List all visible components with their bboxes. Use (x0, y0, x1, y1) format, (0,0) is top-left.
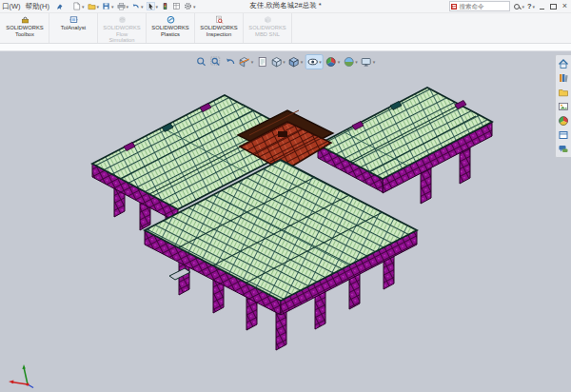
section-view-button[interactable]: ▾ (238, 55, 255, 69)
design-library-tab[interactable] (558, 71, 570, 84)
help-button[interactable]: ?▾ (527, 2, 535, 10)
flow-simulation-icon (116, 15, 128, 24)
open-document-button[interactable]: ▾ (87, 1, 101, 11)
new-document-button[interactable]: ▾ (71, 1, 86, 11)
file-properties-button[interactable] (171, 1, 182, 11)
origin-triad (5, 362, 37, 390)
button-label: Simulation (98, 37, 146, 43)
rebuild-button[interactable] (160, 1, 170, 11)
search-icon (513, 3, 521, 10)
save-button[interactable]: ▾ (101, 1, 115, 11)
apply-scene-button[interactable]: ▾ (342, 55, 359, 69)
zoom-to-area-button[interactable] (209, 55, 223, 69)
mbd-snl-icon (262, 15, 274, 24)
search-input[interactable] (459, 3, 502, 10)
button-label (244, 37, 291, 43)
button-label (49, 37, 97, 43)
display-style-button[interactable]: ▾ (287, 55, 305, 69)
minimize-button[interactable] (538, 2, 546, 10)
button-label (1, 37, 49, 43)
menu-window[interactable]: 口(W) (2, 2, 21, 11)
options-button[interactable]: ▾ (183, 1, 197, 11)
search-button[interactable]: ▾ (513, 3, 524, 10)
assembly-model-3d[interactable] (0, 51, 571, 392)
solidworks-inspection-button[interactable]: SOLIDWORKS Inspection (195, 13, 244, 43)
view-palette-tab[interactable] (558, 100, 570, 112)
solidworks-logo-icon (451, 4, 457, 10)
heads-up-view-toolbar: ▾ ▾ ▾ ▾ ▾ ▾ ▾ (193, 53, 379, 70)
view-settings-button[interactable]: ▾ (360, 55, 377, 69)
annotations-button[interactable] (255, 55, 268, 69)
solidworks-flow-simulation-button[interactable]: SOLIDWORKS Flow Simulation (98, 13, 147, 43)
zoom-to-fit-button[interactable] (195, 55, 208, 69)
previous-view-button[interactable] (224, 55, 237, 69)
print-button[interactable]: ▾ (116, 1, 130, 11)
inspection-icon (213, 15, 226, 24)
tolanalyst-icon (68, 15, 80, 24)
command-search[interactable] (449, 1, 510, 11)
button-label (147, 37, 194, 43)
commandmanager-tab-strip (0, 44, 571, 51)
forum-tab[interactable] (558, 143, 570, 155)
tolanalyst-button[interactable]: TolAnalyst (49, 13, 98, 43)
solidworks-toolbox-button[interactable]: SOLIDWORKS Toolbox (1, 13, 49, 43)
solidworks-window: 口(W) 帮助(H) ▾ ▾ ▾ ▾ ▾ ▾ (0, 0, 571, 392)
select-button[interactable]: ▾ (146, 1, 160, 11)
close-button[interactable]: × (561, 2, 569, 10)
solidworks-plastics-button[interactable]: SOLIDWORKS Plastics (147, 13, 195, 43)
pushpin-icon[interactable] (56, 3, 64, 10)
home-tab[interactable] (558, 57, 570, 69)
title-bar: 口(W) 帮助(H) ▾ ▾ ▾ ▾ ▾ ▾ (0, 0, 571, 13)
button-label (195, 37, 243, 43)
task-pane-strip (555, 54, 571, 158)
toolbox-icon (19, 15, 31, 24)
document-title: 友佳.欣尚名城2#总装 * (249, 1, 321, 10)
minimize-icon (540, 4, 544, 10)
menu-help[interactable]: 帮助(H) (26, 2, 49, 11)
plastics-icon (165, 15, 177, 24)
graphics-viewport[interactable]: ▾ ▾ ▾ ▾ ▾ ▾ ▾ (0, 51, 571, 392)
model-right-wing[interactable] (318, 88, 492, 204)
close-icon: × (562, 2, 567, 10)
custom-properties-tab[interactable] (558, 128, 570, 141)
commandmanager-ribbon: SOLIDWORKS Toolbox TolAnalyst SOLIDWORKS… (0, 13, 571, 44)
restore-icon (550, 4, 557, 10)
help-label: ? (527, 2, 532, 10)
quick-access-toolbar: ▾ ▾ ▾ ▾ ▾ ▾ ▾ (71, 1, 197, 11)
titlebar-right: ▾ ?▾ × (449, 0, 569, 12)
hide-show-items-button[interactable]: ▾ (305, 54, 324, 69)
undo-button[interactable]: ▾ (130, 1, 145, 11)
appearances-tab[interactable] (558, 114, 570, 127)
file-explorer-tab[interactable] (558, 86, 570, 98)
menu-bar: 口(W) 帮助(H) (0, 2, 64, 11)
view-orientation-button[interactable]: ▾ (269, 55, 286, 69)
solidworks-mbd-snl-button[interactable]: SOLIDWORKS MBD SNL (244, 13, 292, 43)
restore-button[interactable] (549, 2, 558, 10)
edit-appearance-button[interactable]: ▾ (325, 55, 342, 69)
